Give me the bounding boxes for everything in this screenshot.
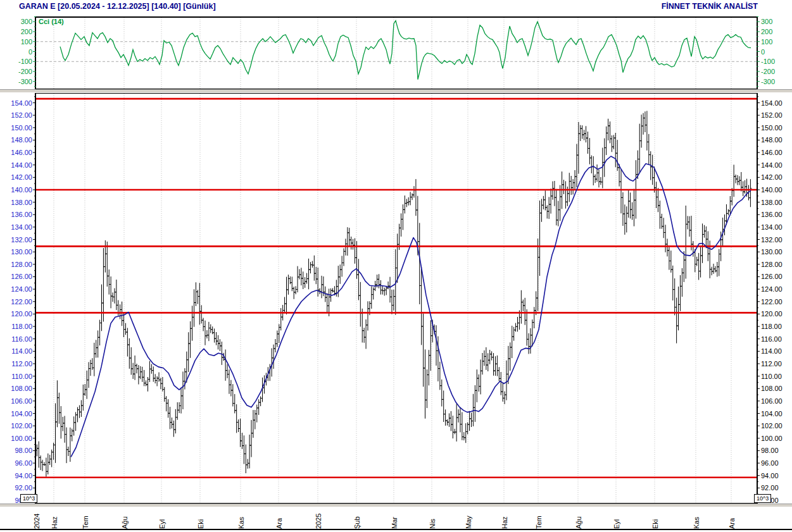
cci-axis-label-right: 100 (761, 38, 791, 46)
month-label: Mar (391, 517, 398, 529)
price-axis-label-right: 108.00 (761, 385, 791, 392)
y-axis-unit-box-right: 10^3 (754, 494, 771, 503)
cci-indicator-panel[interactable] (35, 16, 758, 90)
price-axis-label-left: 104.00 (0, 410, 32, 418)
price-axis-label-left: 144.00 (0, 161, 32, 169)
cci-axis-label-left: 0 (0, 48, 32, 56)
price-axis-label-right: 110.00 (761, 373, 791, 380)
month-label: Tem (535, 516, 543, 529)
price-axis-label-right: 148.00 (761, 136, 791, 144)
price-axis-label-left: 138.00 (0, 199, 32, 206)
month-label: Nis (429, 519, 436, 529)
price-axis-label-left: 126.00 (0, 273, 32, 280)
price-axis-label-left: 154.00 (0, 99, 32, 107)
price-axis-label-right: 146.00 (761, 149, 791, 156)
price-axis-label-right: 102.00 (761, 422, 791, 430)
price-axis-label-left: 134.00 (0, 223, 32, 231)
cci-axis-label-left: -200 (0, 68, 32, 75)
price-axis-label-right: 134.00 (761, 223, 791, 231)
price-axis-label-left: 92.00 (0, 484, 32, 492)
month-label: Ara (275, 518, 283, 529)
month-label: May (465, 516, 472, 529)
price-axis-label-right: 126.00 (761, 273, 791, 280)
cci-chart-svg[interactable] (36, 18, 757, 89)
price-axis-label-left: 140.00 (0, 186, 32, 194)
price-axis-label-right: 140.00 (761, 186, 791, 194)
price-axis-label-right: 98.00 (761, 447, 791, 454)
price-axis-label-left: 118.00 (0, 323, 32, 330)
price-axis-label-right: 152.00 (761, 111, 791, 119)
price-axis-label-right: 128.00 (761, 261, 791, 268)
price-axis-label-right: 150.00 (761, 124, 791, 132)
month-label: Kas (237, 517, 245, 529)
price-axis-label-left: 130.00 (0, 248, 32, 256)
price-axis-label-left: 124.00 (0, 285, 32, 293)
month-label: Eki (651, 519, 659, 529)
price-axis-label-right: 116.00 (761, 335, 791, 343)
month-label: Ağu (121, 516, 129, 529)
price-axis-label-right: 144.00 (761, 161, 791, 169)
price-axis-label-right: 136.00 (761, 211, 791, 218)
month-label: Haz (501, 516, 508, 529)
bottom-rule (0, 529, 792, 530)
price-axis-label-right: 96.00 (761, 459, 791, 467)
price-axis-label-right: 124.00 (761, 285, 791, 293)
cci-legend-label: Cci (14) (39, 18, 64, 25)
price-axis-label-left: 98.00 (0, 447, 32, 454)
price-axis-label-left: 110.00 (0, 373, 32, 380)
price-axis-label-left: 108.00 (0, 385, 32, 392)
month-label: Şub (353, 516, 361, 529)
panel-separator (0, 89, 792, 93)
price-axis-label-right: 92.00 (761, 484, 791, 492)
price-axis-label-right: 142.00 (761, 173, 791, 181)
price-axis-label-right: 132.00 (761, 236, 791, 244)
cci-axis-label-left: 300 (0, 18, 32, 25)
price-axis-label-left: 96.00 (0, 459, 32, 467)
price-axis-label-left: 106.00 (0, 397, 32, 405)
price-axis-label-left: 146.00 (0, 149, 32, 156)
price-axis-label-right: 122.00 (761, 298, 791, 306)
price-axis-label-left: 100.00 (0, 435, 32, 442)
price-axis-label-left: 116.00 (0, 335, 32, 343)
price-axis-label-left: 94.00 (0, 472, 32, 479)
cci-axis-label-right: -100 (761, 58, 791, 65)
app-title: FİNNET TEKNİK ANALİST (662, 2, 758, 11)
cci-axis-label-left: -300 (0, 78, 32, 85)
cci-axis-label-left: -100 (0, 58, 32, 65)
month-label: 2025 (315, 514, 322, 529)
cci-axis-label-left: 200 (0, 28, 32, 35)
price-axis-label-left: 148.00 (0, 136, 32, 144)
price-axis-label-left: 102.00 (0, 422, 32, 430)
price-axis-label-left: 112.00 (0, 360, 32, 368)
month-label: Eyl (158, 519, 166, 529)
month-label: 2024 (33, 514, 41, 529)
price-axis-label-left: 142.00 (0, 173, 32, 181)
month-label: Ara (728, 518, 736, 529)
month-label: Eyl (613, 519, 620, 529)
price-axis-label-right: 100.00 (761, 435, 791, 442)
price-axis-label-right: 138.00 (761, 199, 791, 206)
finnet-technical-analyst-window: GARAN E [20.05.2024 - 12.12.2025] [140.4… (0, 0, 792, 532)
price-axis-label-left: 114.00 (0, 347, 32, 355)
price-axis-label-left: 128.00 (0, 261, 32, 268)
price-chart-panel[interactable] (35, 92, 758, 504)
month-label: Haz (51, 516, 58, 529)
price-axis-label-left: 122.00 (0, 298, 32, 306)
cci-axis-label-right: 300 (761, 18, 791, 25)
price-axis-label-left: 120.00 (0, 310, 32, 318)
cci-axis-label-right: -200 (761, 68, 791, 75)
chart-title: GARAN E [20.05.2024 - 12.12.2025] [140.4… (19, 2, 216, 11)
price-axis-label-left: 136.00 (0, 211, 32, 218)
month-label: Kas (693, 517, 700, 529)
price-axis-label-right: 114.00 (761, 347, 791, 355)
month-label: Eki (197, 519, 204, 529)
month-label: Ağu (575, 516, 582, 529)
y-axis-unit-box-left: 10^3 (20, 494, 37, 503)
price-axis-label-left: 152.00 (0, 111, 32, 119)
cci-axis-label-right: 200 (761, 28, 791, 35)
cci-axis-label-right: -300 (761, 78, 791, 85)
price-chart-svg[interactable] (36, 94, 757, 503)
price-axis-label-right: 130.00 (761, 248, 791, 256)
price-axis-label-right: 94.00 (761, 472, 791, 479)
month-label: Tem (82, 516, 89, 529)
